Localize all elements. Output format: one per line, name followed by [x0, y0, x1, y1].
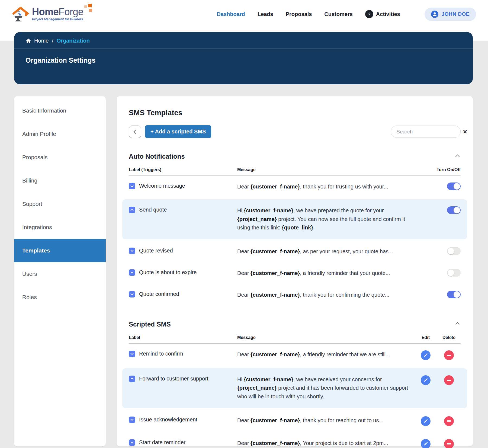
pencil-icon — [423, 441, 428, 446]
collapse-row-button[interactable] — [129, 376, 135, 382]
template-message: Dear {customer_f-name}, thank you for co… — [237, 291, 411, 299]
main-nav: Dashboard Leads Proposals Customers Acti… — [217, 8, 476, 21]
expand-row-button[interactable] — [129, 439, 135, 446]
panel-title: SMS Templates — [129, 109, 461, 117]
table-header: Label (Triggers) Message Turn On/Off — [129, 160, 461, 176]
settings-sidebar: Basic Information Admin Profile Proposal… — [14, 96, 106, 446]
user-menu-button[interactable]: JOHN DOE — [425, 8, 476, 21]
breadcrumb: Home / Organization — [14, 32, 473, 49]
delete-button[interactable] — [444, 350, 454, 360]
sidebar-item-users[interactable]: Users — [14, 262, 106, 286]
chevron-down-icon — [130, 440, 133, 443]
column-header-message: Message — [237, 167, 425, 172]
expand-row-button[interactable] — [129, 417, 135, 423]
auto-notifications-section: Auto Notifications Label (Triggers) Mess… — [129, 153, 461, 306]
expand-row-button[interactable] — [129, 248, 135, 254]
edit-button[interactable] — [421, 439, 431, 448]
edit-button[interactable] — [421, 416, 431, 426]
template-message: Dear {customer_f-name}, thank you for tr… — [237, 183, 411, 191]
template-label: Welcome message — [139, 183, 185, 189]
template-label: Send quote — [139, 206, 167, 213]
clear-search-icon[interactable]: ✕ — [463, 129, 467, 135]
sidebar-item-templates[interactable]: Templates — [14, 239, 106, 262]
column-header-edit: Edit — [417, 335, 435, 340]
nav-item-dashboard[interactable]: Dashboard — [217, 11, 245, 17]
table-row: Welcome message Dear {customer_f-name}, … — [129, 176, 461, 198]
column-header-message: Message — [237, 335, 414, 340]
chevron-down-icon — [130, 184, 133, 187]
sidebar-item-support[interactable]: Support — [14, 192, 106, 216]
minus-icon — [447, 443, 451, 444]
homeforge-logo[interactable]: HomeForge Project Management for Builder… — [12, 6, 99, 22]
pencil-icon — [423, 378, 428, 382]
breadcrumb-home-link[interactable]: Home — [25, 38, 49, 44]
lightning-icon — [365, 10, 373, 18]
collapse-section-button[interactable] — [454, 153, 461, 160]
nav-item-proposals[interactable]: Proposals — [286, 11, 312, 17]
template-label: Start date reminder — [139, 439, 185, 446]
delete-button[interactable] — [444, 375, 454, 385]
nav-item-activities[interactable]: Activities — [365, 10, 400, 18]
nav-item-customers[interactable]: Customers — [324, 11, 352, 17]
turn-on-off-toggle[interactable] — [447, 206, 461, 214]
turn-on-off-toggle[interactable] — [447, 269, 461, 277]
chevron-down-icon — [130, 249, 133, 252]
page-header-band: Home / Organization Organization Setting… — [14, 32, 473, 84]
template-label: Remind to confirm — [139, 350, 183, 357]
home-icon — [25, 38, 31, 44]
back-button[interactable] — [129, 126, 141, 138]
minus-icon — [447, 420, 451, 422]
template-message: Dear {customer_f-name}, as per your requ… — [237, 247, 411, 256]
add-scripted-sms-button[interactable]: + Add a scripted SMS — [145, 125, 211, 138]
chevron-up-icon — [455, 322, 460, 327]
brand-name: HomeForge — [32, 7, 84, 17]
column-header-label: Label (Triggers) — [129, 167, 235, 172]
chevron-up-icon — [455, 154, 460, 159]
collapse-section-button[interactable] — [454, 321, 461, 327]
edit-button[interactable] — [421, 350, 431, 360]
logo-accent-square — [89, 9, 92, 12]
sidebar-item-roles[interactable]: Roles — [14, 286, 106, 309]
table-row: Issue acknowledgement Dear {customer_f-n… — [129, 410, 461, 433]
template-label: Quote confirmed — [139, 291, 179, 297]
expand-row-button[interactable] — [129, 351, 135, 357]
sidebar-item-proposals[interactable]: Proposals — [14, 146, 106, 169]
table-row: Remind to confirm Dear {customer_f-name}… — [129, 344, 461, 367]
table-row: Quote revised Dear {customer_f-name}, as… — [129, 241, 461, 263]
column-header-turn-on-off: Turn On/Off — [428, 167, 461, 172]
expand-row-button[interactable] — [129, 183, 135, 189]
chevron-up-icon — [130, 378, 133, 381]
turn-on-off-toggle[interactable] — [447, 247, 461, 255]
collapse-row-button[interactable] — [129, 207, 135, 213]
template-message: Dear {customer_f-name}, Your project is … — [237, 439, 411, 448]
sidebar-item-billing[interactable]: Billing — [14, 169, 106, 192]
chevron-up-icon — [130, 209, 133, 212]
turn-on-off-toggle[interactable] — [447, 291, 461, 298]
table-row: Start date reminder Dear {customer_f-nam… — [129, 433, 461, 448]
template-message: Hi {customer_f-name}, we have prepared t… — [237, 206, 411, 232]
table-row: Quote is about to expire Dear {customer_… — [129, 263, 461, 284]
edit-button[interactable] — [421, 375, 431, 385]
table-row: Forward to customer support Hi {customer… — [122, 368, 467, 408]
template-message: Dear {customer_f-name}, a friendly remin… — [237, 350, 411, 359]
expand-row-button[interactable] — [129, 291, 135, 297]
sidebar-item-basic-information[interactable]: Basic Information — [14, 99, 106, 122]
table-row: Quote confirmed Dear {customer_f-name}, … — [129, 284, 461, 306]
chevron-down-icon — [130, 418, 133, 421]
expand-row-button[interactable] — [129, 269, 135, 276]
table-header: Label Message Edit Delete — [129, 328, 461, 344]
chevron-down-icon — [130, 271, 133, 274]
user-name: JOHN DOE — [442, 11, 470, 17]
nav-item-leads[interactable]: Leads — [258, 11, 273, 17]
delete-button[interactable] — [444, 416, 454, 426]
delete-button[interactable] — [444, 439, 454, 448]
minus-icon — [447, 380, 451, 381]
sidebar-item-integrations[interactable]: Integrations — [14, 216, 106, 239]
sidebar-item-admin-profile[interactable]: Admin Profile — [14, 122, 106, 146]
breadcrumb-current-organization[interactable]: Organization — [57, 38, 90, 44]
search-input[interactable] — [396, 129, 463, 135]
turn-on-off-toggle[interactable] — [447, 183, 461, 190]
brand-tagline: Project Management for Builders — [32, 17, 84, 21]
page-title: Organization Settings — [14, 49, 473, 72]
sms-templates-panel: SMS Templates + Add a scripted SMS ✕ Aut… — [117, 96, 473, 446]
